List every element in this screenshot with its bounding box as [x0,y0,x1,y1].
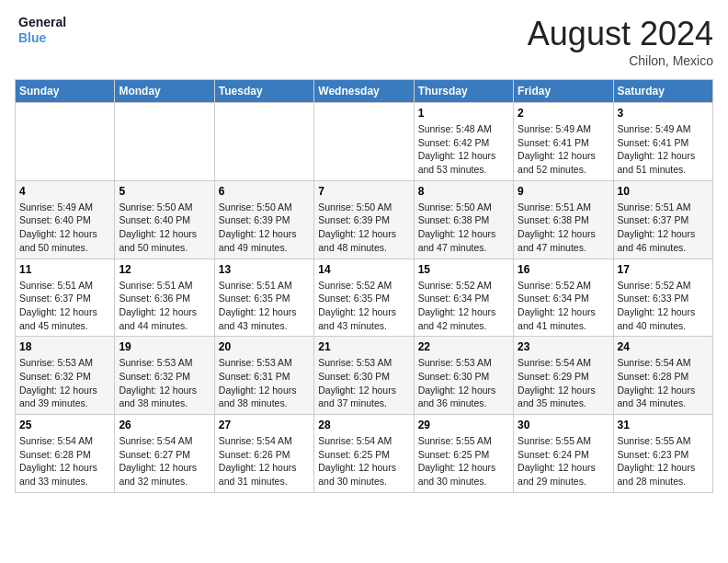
day-info: Sunrise: 5:51 AMSunset: 6:35 PMDaylight:… [219,279,310,333]
calendar-cell: 7Sunrise: 5:50 AMSunset: 6:39 PMDaylight… [314,180,414,259]
day-number: 23 [518,340,609,353]
calendar-cell: 21Sunrise: 5:53 AMSunset: 6:30 PMDayligh… [314,337,414,415]
day-number: 20 [219,340,310,353]
calendar-cell: 30Sunrise: 5:55 AMSunset: 6:24 PMDayligh… [514,415,613,493]
day-info: Sunrise: 5:51 AMSunset: 6:37 PMDaylight:… [19,279,110,333]
calendar-cell: 20Sunrise: 5:53 AMSunset: 6:31 PMDayligh… [214,337,313,415]
location-subtitle: Chilon, Mexico [528,53,713,68]
day-number: 5 [119,185,210,198]
calendar-cell [314,103,414,181]
calendar-cell: 13Sunrise: 5:51 AMSunset: 6:35 PMDayligh… [214,259,313,337]
day-info: Sunrise: 5:54 AMSunset: 6:26 PMDaylight:… [219,434,310,488]
calendar-cell: 12Sunrise: 5:51 AMSunset: 6:36 PMDayligh… [115,259,214,337]
day-info: Sunrise: 5:52 AMSunset: 6:35 PMDaylight:… [318,279,409,333]
day-info: Sunrise: 5:53 AMSunset: 6:31 PMDaylight:… [219,356,310,410]
day-number: 28 [318,419,409,431]
calendar-cell: 29Sunrise: 5:55 AMSunset: 6:25 PMDayligh… [414,415,513,493]
calendar-cell: 9Sunrise: 5:51 AMSunset: 6:38 PMDaylight… [514,180,613,259]
calendar-cell: 14Sunrise: 5:52 AMSunset: 6:35 PMDayligh… [314,259,414,337]
day-info: Sunrise: 5:55 AMSunset: 6:23 PMDaylight:… [618,434,709,488]
page-header: General Blue GeneralBlue August 2024 Chi… [15,15,713,68]
day-info: Sunrise: 5:54 AMSunset: 6:27 PMDaylight:… [119,434,210,488]
day-number: 12 [119,263,210,276]
calendar-cell: 19Sunrise: 5:53 AMSunset: 6:32 PMDayligh… [115,337,214,415]
day-number: 19 [119,340,210,353]
day-info: Sunrise: 5:49 AMSunset: 6:40 PMDaylight:… [19,201,110,255]
calendar-cell: 2Sunrise: 5:49 AMSunset: 6:41 PMDaylight… [514,103,613,181]
calendar-cell: 16Sunrise: 5:52 AMSunset: 6:34 PMDayligh… [514,259,613,337]
day-info: Sunrise: 5:54 AMSunset: 6:29 PMDaylight:… [518,356,609,410]
calendar-cell: 4Sunrise: 5:49 AMSunset: 6:40 PMDaylight… [16,180,115,259]
weekday-header-sunday: Sunday [16,80,115,103]
day-info: Sunrise: 5:54 AMSunset: 6:28 PMDaylight:… [19,434,110,488]
logo-text: GeneralBlue [18,15,66,46]
day-number: 15 [418,263,509,276]
weekday-header-monday: Monday [115,80,214,103]
calendar-week-row: 1Sunrise: 5:48 AMSunset: 6:42 PMDaylight… [16,103,713,181]
day-number: 31 [618,419,709,431]
day-number: 14 [318,263,409,276]
calendar-cell: 15Sunrise: 5:52 AMSunset: 6:34 PMDayligh… [414,259,513,337]
day-info: Sunrise: 5:51 AMSunset: 6:37 PMDaylight:… [618,201,709,255]
calendar-cell: 3Sunrise: 5:49 AMSunset: 6:41 PMDaylight… [613,103,712,181]
calendar-cell [214,103,313,181]
calendar-cell: 5Sunrise: 5:50 AMSunset: 6:40 PMDaylight… [115,180,214,259]
calendar-week-row: 11Sunrise: 5:51 AMSunset: 6:37 PMDayligh… [16,259,713,337]
calendar-cell: 27Sunrise: 5:54 AMSunset: 6:26 PMDayligh… [214,415,313,493]
weekday-header-saturday: Saturday [613,80,712,103]
day-number: 13 [219,263,310,276]
day-info: Sunrise: 5:52 AMSunset: 6:34 PMDaylight:… [418,279,509,333]
day-number: 6 [219,185,310,198]
weekday-header-friday: Friday [514,80,613,103]
day-info: Sunrise: 5:54 AMSunset: 6:25 PMDaylight:… [318,434,409,488]
day-info: Sunrise: 5:50 AMSunset: 6:39 PMDaylight:… [318,201,409,255]
day-info: Sunrise: 5:55 AMSunset: 6:24 PMDaylight:… [518,434,609,488]
calendar-week-row: 4Sunrise: 5:49 AMSunset: 6:40 PMDaylight… [16,180,713,259]
day-number: 9 [518,185,609,198]
calendar-cell: 11Sunrise: 5:51 AMSunset: 6:37 PMDayligh… [16,259,115,337]
day-number: 11 [19,263,110,276]
day-info: Sunrise: 5:49 AMSunset: 6:41 PMDaylight:… [618,122,709,177]
day-info: Sunrise: 5:51 AMSunset: 6:38 PMDaylight:… [518,201,609,255]
day-info: Sunrise: 5:50 AMSunset: 6:40 PMDaylight:… [119,201,210,255]
day-number: 17 [618,263,709,276]
day-info: Sunrise: 5:53 AMSunset: 6:30 PMDaylight:… [318,356,409,410]
month-year-title: August 2024 [528,15,713,53]
day-number: 4 [19,185,110,198]
day-info: Sunrise: 5:50 AMSunset: 6:39 PMDaylight:… [219,201,310,255]
day-number: 10 [618,185,709,198]
day-info: Sunrise: 5:53 AMSunset: 6:32 PMDaylight:… [119,356,210,410]
day-info: Sunrise: 5:53 AMSunset: 6:32 PMDaylight:… [19,356,110,410]
day-number: 26 [119,419,210,431]
calendar-cell: 24Sunrise: 5:54 AMSunset: 6:28 PMDayligh… [613,337,712,415]
calendar-cell: 23Sunrise: 5:54 AMSunset: 6:29 PMDayligh… [514,337,613,415]
calendar-cell: 6Sunrise: 5:50 AMSunset: 6:39 PMDaylight… [214,180,313,259]
day-info: Sunrise: 5:52 AMSunset: 6:34 PMDaylight:… [518,279,609,333]
calendar-cell: 8Sunrise: 5:50 AMSunset: 6:38 PMDaylight… [414,180,513,259]
calendar-cell: 31Sunrise: 5:55 AMSunset: 6:23 PMDayligh… [613,415,712,493]
calendar-cell: 22Sunrise: 5:53 AMSunset: 6:30 PMDayligh… [414,337,513,415]
day-number: 24 [618,340,709,353]
calendar-cell: 26Sunrise: 5:54 AMSunset: 6:27 PMDayligh… [115,415,214,493]
weekday-header-wednesday: Wednesday [314,80,414,103]
day-info: Sunrise: 5:50 AMSunset: 6:38 PMDaylight:… [418,201,509,255]
calendar-cell [16,103,115,181]
day-number: 2 [518,107,609,120]
day-info: Sunrise: 5:49 AMSunset: 6:41 PMDaylight:… [518,122,609,177]
weekday-header-row: SundayMondayTuesdayWednesdayThursdayFrid… [16,80,713,103]
day-number: 25 [19,419,110,431]
day-number: 3 [618,107,709,120]
calendar-cell: 1Sunrise: 5:48 AMSunset: 6:42 PMDaylight… [414,103,513,181]
calendar-cell: 18Sunrise: 5:53 AMSunset: 6:32 PMDayligh… [16,337,115,415]
calendar-table: SundayMondayTuesdayWednesdayThursdayFrid… [15,79,713,493]
day-number: 27 [219,419,310,431]
day-number: 7 [318,185,409,198]
calendar-cell: 28Sunrise: 5:54 AMSunset: 6:25 PMDayligh… [314,415,414,493]
day-info: Sunrise: 5:53 AMSunset: 6:30 PMDaylight:… [418,356,509,410]
day-number: 1 [418,107,509,120]
day-number: 8 [418,185,509,198]
day-number: 18 [19,340,110,353]
weekday-header-tuesday: Tuesday [214,80,313,103]
day-number: 21 [318,340,409,353]
calendar-week-row: 25Sunrise: 5:54 AMSunset: 6:28 PMDayligh… [16,415,713,493]
